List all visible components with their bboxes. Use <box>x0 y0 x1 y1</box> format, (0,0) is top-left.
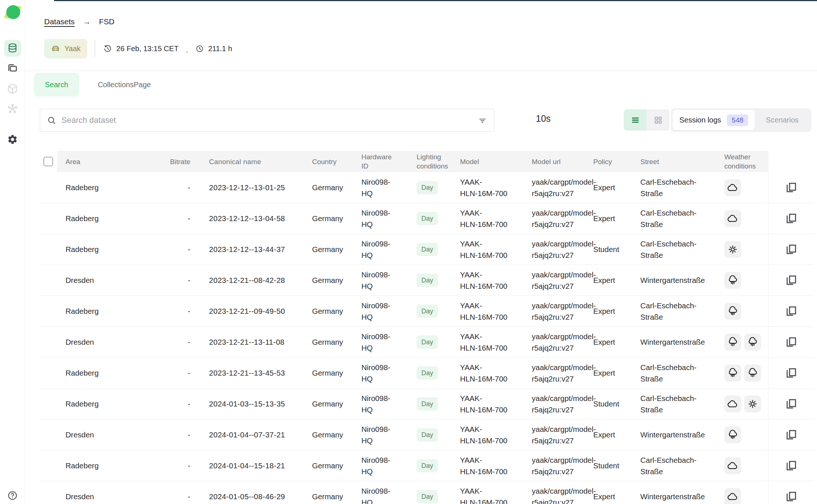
column-header-canonical-name: Canonical name <box>193 157 312 166</box>
table-row[interactable]: Dresden - 2023-12-21--08-42-28 Germany N… <box>40 265 814 296</box>
table-row[interactable]: Radeberg - 2023-12-12--13-04-58 Germany … <box>40 203 814 234</box>
cell-hardware-id: Niro098-HQ <box>361 485 417 504</box>
copy-row-button[interactable] <box>783 458 799 474</box>
drizzle-icon <box>724 334 741 351</box>
copy-row-button[interactable] <box>783 210 799 227</box>
lighting-badge: Day <box>417 336 438 349</box>
table-row[interactable]: Radeberg - 2023-12-21--09-49-50 Germany … <box>40 296 814 327</box>
copy-row-button[interactable] <box>783 396 799 412</box>
column-header-hardware-id: Hardware ID <box>361 152 417 171</box>
sidebar-item-settings[interactable] <box>4 131 21 148</box>
table-row[interactable]: Radeberg - 2024-01-04--15-18-21 Germany … <box>40 450 814 481</box>
cell-weather-conditions <box>724 426 768 443</box>
cell-actions <box>768 427 814 443</box>
cell-policy: Expert <box>593 367 640 379</box>
main-content: Datasets → FSD Yaak 26 Feb, 13:15 CET . … <box>25 0 817 504</box>
cell-model: YAAK- HLN-16M-700 <box>460 393 532 415</box>
cell-model-url: yaak/cargpt/model-r5ajq2ru:v27 <box>532 454 593 477</box>
cell-model: YAAK- HLN-16M-700 <box>460 300 532 323</box>
vehicle-badge[interactable]: Yaak <box>44 39 87 58</box>
cell-bitrate: - <box>143 182 193 193</box>
table-row[interactable]: Radeberg - 2023-12-12--13-44-37 Germany … <box>40 234 814 265</box>
package-icon <box>7 83 18 94</box>
tab-search[interactable]: Search <box>34 73 79 97</box>
cell-model: YAAK- HLN-16M-700 <box>460 238 532 261</box>
copy-row-button[interactable] <box>783 365 799 381</box>
scenarios-segment[interactable]: Scenarios <box>755 116 810 124</box>
clip-length-control[interactable]: 10s <box>536 113 551 124</box>
cell-model: YAAK- HLN-16M-700 <box>460 485 532 504</box>
table-row[interactable]: Dresden - 2024-01-05--08-46-29 Germany N… <box>40 481 814 504</box>
search-icon <box>47 116 56 125</box>
app-logo[interactable] <box>4 4 21 21</box>
copy-row-button[interactable] <box>783 272 799 288</box>
table-row[interactable]: Radeberg - 2023-12-12--13-01-25 Germany … <box>40 172 814 203</box>
copy-icon <box>785 398 797 410</box>
sidebar-item-packages[interactable] <box>4 80 21 97</box>
rain-icon <box>744 334 761 351</box>
recorded-at: 26 Feb, 13:15 CET <box>103 45 178 53</box>
cell-country: Germany <box>312 274 361 286</box>
grid-view-button[interactable] <box>647 109 669 131</box>
copy-row-button[interactable] <box>783 334 799 350</box>
breadcrumb-datasets-link[interactable]: Datasets <box>44 17 75 26</box>
cell-country: Germany <box>312 305 361 317</box>
copy-row-button[interactable] <box>783 303 799 319</box>
table-row[interactable]: Radeberg - 2024-01-03--15-13-35 Germany … <box>40 388 814 419</box>
lighting-badge: Day <box>417 366 438 380</box>
copy-row-button[interactable] <box>783 427 799 443</box>
cell-model: YAAK- HLN-16M-700 <box>460 454 532 477</box>
cell-weather-conditions <box>724 210 768 227</box>
lighting-badge: Day <box>417 212 438 225</box>
sidebar-item-collections[interactable] <box>4 60 21 77</box>
cell-hardware-id: Niro098-HQ <box>361 300 417 323</box>
session-logs-segment[interactable]: Session logs 548 <box>673 110 755 130</box>
help-button[interactable] <box>7 490 18 501</box>
cell-policy: Expert <box>593 182 640 193</box>
drizzle-icon <box>744 365 761 381</box>
cell-country: Germany <box>312 429 361 440</box>
table-row[interactable]: Dresden - 2023-12-21--13-11-08 Germany N… <box>40 327 814 358</box>
grid-icon <box>653 115 663 125</box>
column-header-policy: Policy <box>593 157 640 166</box>
cell-model-url: yaak/cargpt/model-r5ajq2ru:v27 <box>532 423 593 446</box>
session-logs-label: Session logs <box>679 116 721 124</box>
cell-actions <box>768 489 814 504</box>
lighting-badge: Day <box>417 181 438 194</box>
tab-bar: Search CollectionsPage <box>34 73 152 97</box>
column-header-bitrate: Bitrate <box>143 157 193 166</box>
sidebar-item-graph[interactable] <box>4 100 21 117</box>
cell-weather-conditions <box>724 395 768 412</box>
clock-icon <box>195 45 204 53</box>
table-row[interactable]: Dresden - 2024-01-04--07-37-21 Germany N… <box>40 419 814 450</box>
cell-weather-conditions <box>724 272 768 289</box>
cell-country: Germany <box>312 336 361 348</box>
divider <box>25 71 817 71</box>
copy-icon <box>785 243 797 256</box>
filter-button[interactable] <box>476 114 489 127</box>
cell-lighting: Day <box>417 397 460 411</box>
cell-hardware-id: Niro098-HQ <box>361 269 417 292</box>
copy-row-button[interactable] <box>783 180 799 196</box>
cell-bitrate: - <box>143 367 193 379</box>
cell-lighting: Day <box>417 212 460 225</box>
sidebar-item-datasets[interactable] <box>4 40 21 57</box>
cell-hardware-id: Niro098-HQ <box>361 238 417 261</box>
cell-street: Wintergartenstraße <box>640 429 724 440</box>
view-toggle <box>624 109 669 131</box>
divider <box>95 40 95 57</box>
copy-icon <box>785 336 797 348</box>
copy-row-button[interactable] <box>783 489 799 504</box>
duration-value: 211.1 h <box>208 45 232 53</box>
list-view-button[interactable] <box>624 109 647 131</box>
logo-circle <box>6 5 20 19</box>
copy-row-button[interactable] <box>783 241 799 258</box>
select-all-checkbox[interactable] <box>43 157 53 166</box>
table-row[interactable]: Radeberg - 2023-12-21--13-45-53 Germany … <box>40 358 814 388</box>
cell-model-url: yaak/cargpt/model-r5ajq2ru:v27 <box>532 393 593 415</box>
search-input[interactable] <box>56 116 476 125</box>
tab-collectionspage[interactable]: CollectionsPage <box>96 73 152 97</box>
cell-area: Dresden <box>66 491 143 502</box>
cell-hardware-id: Niro098-HQ <box>361 393 417 415</box>
cell-hardware-id: Niro098-HQ <box>361 362 417 384</box>
